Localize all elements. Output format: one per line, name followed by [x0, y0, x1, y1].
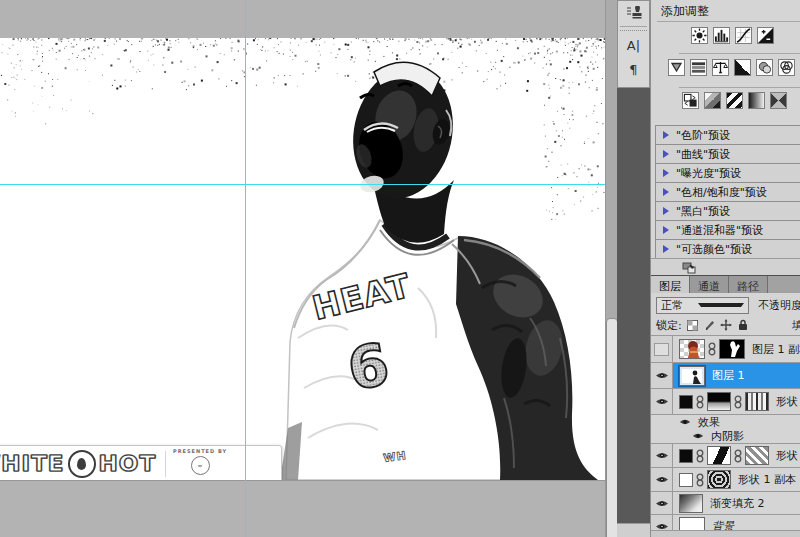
- layer-mask-thumbnail[interactable]: [707, 392, 731, 411]
- visibility-toggle[interactable]: [651, 444, 673, 467]
- dock-bottom-strip: [617, 523, 650, 537]
- inner-shadow-label: 内阴影: [711, 429, 744, 444]
- disclosure-triangle-icon[interactable]: [663, 226, 669, 234]
- layer-list: 图层 1 副本 2 图层 1: [651, 335, 800, 537]
- disclosure-triangle-icon[interactable]: [663, 131, 669, 139]
- visibility-toggle[interactable]: [651, 389, 673, 414]
- character-panel-icon: A|: [627, 38, 640, 53]
- layer-mask-thumbnail[interactable]: [707, 470, 731, 489]
- layer-thumbnail[interactable]: [679, 473, 693, 487]
- selective-color-adjustment-button[interactable]: [770, 92, 787, 109]
- inner-shadow-effect-row[interactable]: 内阴影: [651, 429, 800, 444]
- layer-thumbnail[interactable]: [679, 395, 693, 409]
- layer-name[interactable]: 形状 1 副本: [738, 472, 796, 487]
- eye-icon[interactable]: [679, 418, 691, 426]
- preset-black-white[interactable]: "黑白"预设: [655, 201, 800, 221]
- expanded-view-icon[interactable]: [682, 262, 697, 274]
- layer-name[interactable]: 渐变填充 2: [710, 496, 765, 511]
- disclosure-triangle-icon[interactable]: [663, 207, 669, 215]
- vector-mask-thumbnail[interactable]: [745, 392, 769, 411]
- layer-name[interactable]: 形状: [776, 394, 798, 409]
- visibility-toggle[interactable]: [651, 363, 673, 388]
- lock-position-button[interactable]: [720, 319, 733, 332]
- preset-channel-mixer[interactable]: "通道混和器"预设: [655, 220, 800, 240]
- disclosure-triangle-icon[interactable]: [663, 169, 669, 177]
- document-canvas-area[interactable]: HEAT 6 WH WHITE HOT PRESENTED BY ≈: [0, 0, 605, 537]
- preset-selective-color[interactable]: "可选颜色"预设: [655, 239, 800, 259]
- preset-exposure[interactable]: "曝光度"预设: [655, 163, 800, 183]
- layer-thumbnail[interactable]: [679, 366, 705, 386]
- layer-name[interactable]: 形状: [776, 448, 798, 463]
- photoshop-window: HEAT 6 WH WHITE HOT PRESENTED BY ≈: [0, 0, 800, 537]
- vector-mask-thumbnail[interactable]: [745, 446, 769, 465]
- player-artwork: HEAT 6 WH: [268, 38, 605, 480]
- blend-mode-dropdown[interactable]: 正常: [656, 297, 749, 314]
- invert-adjustment-button[interactable]: [682, 92, 699, 109]
- presented-by-label: PRESENTED BY: [173, 448, 227, 454]
- preset-curves[interactable]: "曲线"预设: [655, 144, 800, 164]
- layer-row-shape-b[interactable]: 形状: [651, 444, 800, 468]
- disclosure-triangle-icon[interactable]: [663, 188, 669, 196]
- clone-source-panel-button[interactable]: [618, 1, 649, 25]
- opacity-label: 不透明度:: [758, 298, 800, 313]
- visibility-toggle[interactable]: [651, 468, 673, 491]
- horizontal-guide[interactable]: [0, 184, 605, 185]
- lock-transparent-pixels-button[interactable]: [686, 319, 699, 332]
- layer-thumbnail[interactable]: [679, 494, 703, 513]
- tab-paths[interactable]: 路径: [729, 276, 768, 294]
- hue-saturation-adjustment-button[interactable]: [690, 59, 707, 76]
- preset-levels[interactable]: "色阶"预设: [655, 125, 800, 145]
- layer-row-gradient-fill2[interactable]: 渐变填充 2: [651, 492, 800, 515]
- layer-row-layer1-copy2[interactable]: 图层 1 副本 2: [651, 336, 800, 363]
- preset-hue-saturation[interactable]: "色相/饱和度"预设: [655, 182, 800, 202]
- eye-icon[interactable]: [692, 432, 704, 440]
- layers-panel: 正常 不透明度: 锁定: 填充:: [651, 293, 800, 537]
- character-panel-button[interactable]: A|: [618, 33, 649, 57]
- layer-thumbnail[interactable]: [679, 449, 693, 463]
- layer-row-shape1-copy[interactable]: 形状 1 副本: [651, 468, 800, 492]
- gradient-map-adjustment-button[interactable]: [748, 92, 765, 109]
- clone-stamp-icon: [626, 6, 642, 20]
- layer-row-layer1-selected[interactable]: 图层 1: [651, 363, 800, 389]
- layer-thumbnail[interactable]: [679, 339, 705, 359]
- layers-panel-tabbar: 图层 通道 路径: [651, 275, 800, 294]
- visibility-toggle[interactable]: [651, 336, 673, 362]
- vibrance-adjustment-button[interactable]: [668, 59, 685, 76]
- lock-all-button[interactable]: [737, 319, 750, 332]
- adjustments-panel-footer: [651, 258, 800, 276]
- link-icon: [696, 473, 704, 487]
- black-white-adjustment-button[interactable]: [734, 59, 751, 76]
- visibility-toggle[interactable]: [651, 492, 673, 514]
- collapsed-panel-icons: A| ¶: [617, 0, 650, 88]
- brightness-contrast-adjustment-button[interactable]: [691, 27, 708, 44]
- paragraph-panel-button[interactable]: ¶: [618, 57, 649, 81]
- layer-row-shape-a[interactable]: 形状: [651, 389, 800, 415]
- lock-label: 锁定:: [656, 318, 682, 333]
- dock-group-divider: [620, 26, 647, 31]
- eye-icon: [655, 371, 669, 380]
- channel-mixer-adjustment-button[interactable]: [778, 59, 795, 76]
- tab-channels[interactable]: 通道: [690, 276, 729, 294]
- exposure-adjustment-button[interactable]: [757, 27, 774, 44]
- layer-name[interactable]: 图层 1: [712, 368, 745, 383]
- layer-effects-row[interactable]: 效果: [651, 415, 800, 429]
- logo-text-hot: HOT: [99, 452, 157, 476]
- link-icon: [696, 449, 704, 463]
- color-balance-adjustment-button[interactable]: [712, 59, 729, 76]
- curves-adjustment-button[interactable]: [735, 27, 752, 44]
- posterize-adjustment-button[interactable]: [704, 92, 721, 109]
- disclosure-triangle-icon[interactable]: [663, 245, 669, 253]
- disclosure-triangle-icon[interactable]: [663, 150, 669, 158]
- tab-layers[interactable]: 图层: [651, 276, 690, 294]
- link-icon: [734, 449, 742, 463]
- layer-name[interactable]: 图层 1 副本 2: [752, 342, 800, 357]
- photo-filter-adjustment-button[interactable]: [756, 59, 773, 76]
- lock-image-pixels-button[interactable]: [703, 319, 716, 332]
- vertical-guide[interactable]: [245, 0, 246, 537]
- artwork-white-background[interactable]: HEAT 6 WH WHITE HOT PRESENTED BY ≈: [0, 38, 606, 481]
- layer-mask-thumbnail[interactable]: [707, 446, 731, 465]
- layer-mask-thumbnail[interactable]: [719, 339, 745, 359]
- threshold-adjustment-button[interactable]: [726, 92, 743, 109]
- levels-adjustment-button[interactable]: [713, 27, 730, 44]
- fill-label: 填充:: [792, 318, 800, 333]
